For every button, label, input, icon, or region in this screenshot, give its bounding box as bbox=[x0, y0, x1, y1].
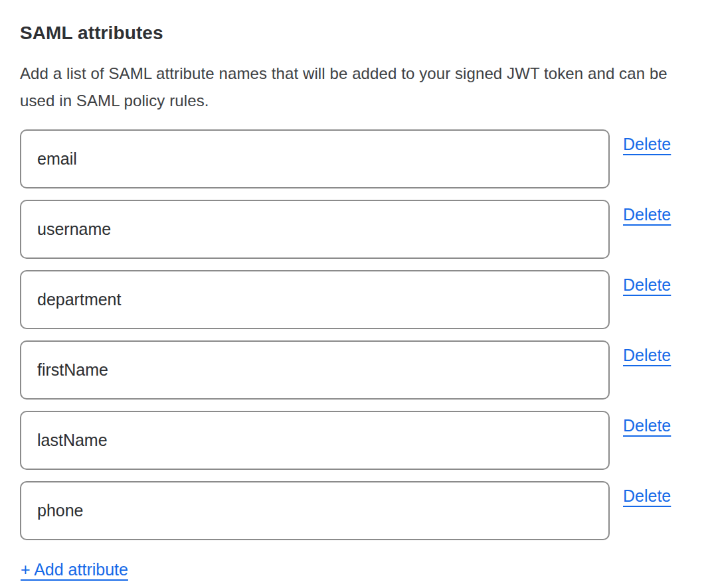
attribute-input-email[interactable] bbox=[20, 129, 610, 188]
attribute-input-department[interactable] bbox=[20, 270, 610, 329]
attribute-input-lastname[interactable] bbox=[20, 411, 610, 470]
attribute-row: Delete bbox=[20, 270, 688, 329]
attribute-input-firstname[interactable] bbox=[20, 340, 610, 400]
delete-link[interactable]: Delete bbox=[623, 275, 671, 295]
attribute-row: Delete bbox=[20, 481, 688, 540]
delete-link[interactable]: Delete bbox=[623, 205, 671, 224]
delete-link[interactable]: Delete bbox=[623, 346, 671, 365]
section-description: Add a list of SAML attribute names that … bbox=[20, 60, 672, 114]
attribute-row: Delete bbox=[20, 200, 688, 259]
add-attribute-link[interactable]: + Add attribute bbox=[21, 560, 128, 579]
attribute-row: Delete bbox=[20, 129, 688, 188]
attribute-input-username[interactable] bbox=[20, 200, 610, 259]
attribute-row: Delete bbox=[20, 411, 688, 470]
delete-link[interactable]: Delete bbox=[623, 486, 671, 506]
attribute-input-phone[interactable] bbox=[20, 481, 610, 540]
attribute-row: Delete bbox=[20, 340, 688, 400]
delete-link[interactable]: Delete bbox=[623, 416, 671, 435]
saml-attributes-section: SAML attributes Add a list of SAML attri… bbox=[0, 0, 708, 588]
delete-link[interactable]: Delete bbox=[623, 135, 671, 154]
page-title: SAML attributes bbox=[20, 23, 688, 44]
